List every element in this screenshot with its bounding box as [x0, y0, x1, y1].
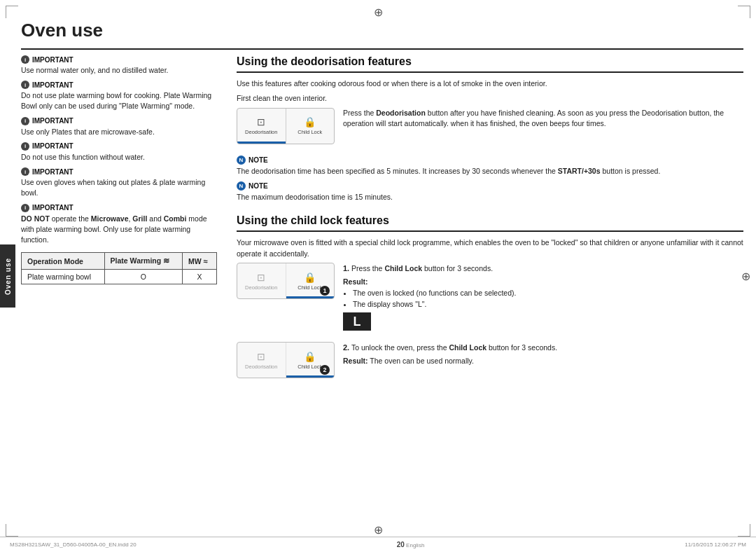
corner-mark-bl [6, 524, 18, 537]
step-2-result-inline: The oven can be used normally. [370, 357, 474, 365]
important-label-5: i IMPORTANT [21, 167, 217, 176]
operation-mode-table: Operation Mode Plate Warming ≋ MW ≈ [21, 252, 217, 284]
important-label-6: i IMPORTANT [21, 204, 217, 212]
important-label-1: i IMPORTANT [21, 55, 217, 64]
important-block-4: i IMPORTANT Do not use this function wit… [21, 142, 217, 163]
deodorisation-heading: Using the deodorisation features [237, 55, 743, 68]
child-lock-divider [237, 230, 743, 232]
childlock-button-icon: 🔒 [304, 116, 316, 127]
note-text-1: The deodorisation time has been specifie… [237, 166, 743, 177]
step-2-device-inner: ⊡ Deodorisation 🔒 Child Lock [237, 343, 334, 378]
display-L: L [343, 312, 371, 331]
important-icon-2: i [21, 81, 29, 89]
right-column: Using the deodorisation features Use thi… [237, 55, 743, 389]
important-block-6: i IMPORTANT DO NOT operate the Microwave… [21, 204, 217, 246]
step-1-number-action: 1. Press the Child Lock button for 3 sec… [343, 263, 743, 275]
step-1-number: 1. [343, 264, 349, 272]
table-header-plate-warming: Plate Warming ≋ [104, 253, 182, 270]
note-icon-1: N [237, 156, 246, 165]
step2-deodorisation-label: Deodorisation [245, 364, 277, 370]
page-title: Oven use [21, 20, 743, 44]
step2-childlock-highlight [286, 375, 335, 378]
table-cell-plate-warming-value: O [104, 270, 182, 284]
important-label-4: i IMPORTANT [21, 142, 217, 151]
step1-childlock-highlight [286, 296, 335, 298]
table-header-mw: MW ≈ [182, 253, 216, 270]
step-1-result-1: The oven is locked (no functions can be … [353, 288, 743, 299]
important-block-5: i IMPORTANT Use oven gloves when taking … [21, 167, 217, 198]
child-lock-heading: Using the child lock features [237, 214, 743, 227]
deodorisation-first-clean: First clean the oven interior. [237, 93, 743, 104]
deodorisation-button-icon: ⊡ [257, 116, 265, 127]
corner-mark-tl [6, 6, 18, 18]
deodorisation-description: Press the Deodorisation button after you… [343, 108, 743, 130]
important-icon-5: i [21, 167, 29, 176]
important-text-5: Use oven gloves when taking out plates &… [21, 177, 217, 198]
important-text-4: Do not use this function without water. [21, 152, 217, 163]
step-1-device-img: ⊡ Deodorisation 🔒 Child Lock 1 [237, 263, 335, 299]
file-info: MS28H321SAW_31_D560-04005A-00_EN.indd 20 [10, 541, 136, 548]
step-1-action: Press the Child Lock button for 3 second… [351, 264, 493, 272]
corner-mark-tr [738, 6, 750, 18]
note-label-1: N NOTE [237, 156, 743, 165]
left-column: i IMPORTANT Use normal water only, and n… [21, 55, 217, 389]
date-info: 11/16/2015 12:06:27 PM [685, 541, 746, 548]
step-2-action: To unlock the oven, press the Child Lock… [351, 343, 557, 352]
deodorisation-button-wrap: ⊡ Deodorisation [237, 109, 286, 144]
table-cell-mw-value: X [182, 270, 216, 284]
child-lock-step-2-row: ⊡ Deodorisation 🔒 Child Lock 2 [237, 342, 743, 384]
step-1-result-label: Result: [343, 277, 743, 288]
important-label-3: i IMPORTANT [21, 117, 217, 125]
important-text-6: DO NOT operate the Microwave, Grill and … [21, 214, 217, 246]
step-2-number: 2. [343, 343, 349, 352]
child-lock-step-1-row: ⊡ Deodorisation 🔒 Child Lock 1 [237, 263, 743, 336]
center-mark-top: ⊕ [374, 6, 383, 19]
page: ⊕ ⊕ ⊕ ⊕ Oven use Oven use i IMPORTANT Us… [0, 0, 756, 552]
step2-deodorisation-btn: ⊡ Deodorisation [237, 343, 286, 378]
important-icon-1: i [21, 55, 29, 64]
step-2-device-col: ⊡ Deodorisation 🔒 Child Lock 2 [237, 342, 335, 384]
mw-icon: ≈ [204, 257, 208, 265]
sidebar-tab-label: Oven use [4, 257, 12, 294]
deodorisation-divider [237, 71, 743, 73]
deodorisation-intro: Use this features after cooking odorous … [237, 78, 743, 90]
step1-childlock-icon: 🔒 [304, 272, 316, 283]
note-block-2: N NOTE The maximum deodorisation time is… [237, 181, 743, 202]
bottom-bar: MS28H321SAW_31_D560-04005A-00_EN.indd 20… [0, 537, 756, 552]
deodorisation-highlight [237, 142, 286, 144]
table-header-mode: Operation Mode [22, 253, 105, 270]
note-label-2: N NOTE [237, 181, 743, 191]
important-icon-4: i [21, 142, 29, 151]
deodorisation-desc-text: Press the Deodorisation button after you… [343, 109, 724, 128]
childlock-button-label: Child Lock [298, 129, 322, 135]
title-divider [21, 48, 743, 50]
step2-childlock-icon: 🔒 [304, 351, 316, 362]
deodorisation-step-row: ⊡ Deodorisation 🔒 Child Lock [237, 108, 743, 150]
deodorisation-device-image-col: ⊡ Deodorisation 🔒 Child Lock [237, 108, 335, 150]
step-1-device-col: ⊡ Deodorisation 🔒 Child Lock 1 [237, 263, 335, 305]
important-label-2: i IMPORTANT [21, 81, 217, 89]
child-lock-intro: Your microwave oven is fitted with a spe… [237, 237, 743, 260]
childlock-button-wrap: 🔒 Child Lock [286, 109, 335, 144]
important-text-1: Use normal water only, and no distilled … [21, 65, 217, 76]
step2-childlock-label: Child Lock [298, 364, 322, 370]
important-text-2: Do not use plate warming bowl for cookin… [21, 90, 217, 111]
language: English [406, 542, 424, 548]
deodorisation-device-img: ⊡ Deodorisation 🔒 Child Lock [237, 108, 335, 144]
important-icon-3: i [21, 117, 29, 125]
main-content: Oven use i IMPORTANT Use normal water on… [21, 20, 743, 531]
step1-deodorisation-icon: ⊡ [257, 272, 265, 283]
page-number-label: 20 English [397, 541, 425, 548]
note-text-2: The maximum deodorisation time is 15 min… [237, 192, 743, 202]
step1-deodorisation-label: Deodorisation [245, 284, 277, 291]
step-1-result-2: The display shows "L". [353, 299, 743, 310]
step2-deodorisation-icon: ⊡ [257, 351, 265, 362]
step-2-text: 2. To unlock the oven, press the Child L… [343, 342, 743, 367]
two-column-layout: i IMPORTANT Use normal water only, and n… [21, 55, 743, 389]
deodorisation-button-label: Deodorisation [245, 129, 277, 135]
step-2-number-action: 2. To unlock the oven, press the Child L… [343, 342, 743, 354]
table-row: Plate warming bowl O X [22, 270, 217, 284]
step1-deodorisation-btn: ⊡ Deodorisation [237, 263, 286, 298]
important-icon-6: i [21, 204, 29, 212]
device-buttons: ⊡ Deodorisation 🔒 Child Lock [237, 109, 334, 144]
